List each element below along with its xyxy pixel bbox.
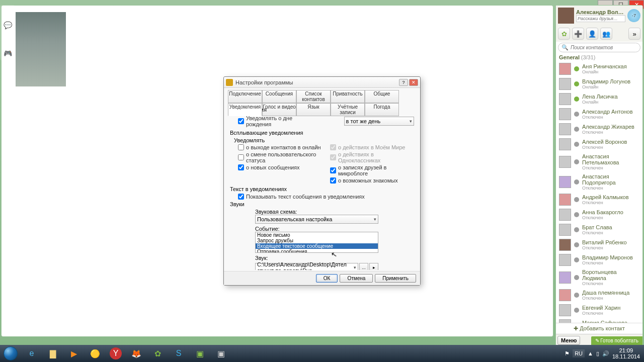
contact-avatar	[559, 138, 571, 150]
contact-name: Алексей Воронов	[582, 139, 627, 145]
tray-up-icon[interactable]: ▲	[588, 350, 593, 356]
event-listbox[interactable]: Новое письмоЗапрос дружбыВходящее тексто…	[255, 232, 378, 253]
icq-taskbar-icon[interactable]: ✿	[147, 346, 168, 361]
contact-status: Отключен	[582, 115, 633, 120]
contact-item[interactable]: Брат СлаваОтключен	[556, 222, 642, 237]
tray-volume-icon[interactable]: 🔊	[602, 350, 609, 357]
tray-battery-icon[interactable]: ▯	[596, 350, 599, 357]
home-icon[interactable]: ⌂	[3, 7, 12, 16]
browse-button[interactable]: ...	[359, 263, 368, 270]
event-item[interactable]: Входящее текстовое сообщение	[256, 243, 378, 249]
status-dot	[574, 242, 579, 247]
cb-online[interactable]: о выходе контактов в онлайн	[238, 144, 322, 150]
ok-button[interactable]: ОК	[316, 274, 338, 283]
contact-list[interactable]: Аня РиничанскаяОнлайнВладимир ЛогуновОнл…	[556, 61, 642, 323]
apply-button[interactable]: Применить	[375, 274, 416, 283]
contact-avatar	[559, 194, 571, 206]
tab-Подключение[interactable]: Подключение	[228, 90, 262, 103]
cb-friends[interactable]: о возможных знакомых	[330, 177, 414, 184]
contact-avatar	[559, 289, 571, 301]
tray-flag-icon[interactable]: ⚑	[565, 350, 570, 357]
menu-button[interactable]: Меню	[557, 336, 580, 345]
contact-status: Онлайн	[582, 100, 618, 105]
dialog-titlebar[interactable]: Настройки программы ? ✕	[224, 77, 420, 88]
add-service-icon[interactable]: ➕	[572, 28, 584, 40]
contact-name: Лена Лисичка	[582, 94, 618, 100]
clock[interactable]: 21:09 18.11.2014	[612, 347, 640, 359]
contact-avatar	[559, 176, 571, 188]
status-dot	[574, 97, 579, 102]
contact-item[interactable]: Аня РиничанскаяОнлайн	[556, 61, 642, 76]
cb-showtext[interactable]: Показывать текст сообщения в уведомления…	[238, 194, 414, 200]
contact-item[interactable]: Даша племянницаОтключен	[556, 288, 642, 303]
tab-Приватность[interactable]: Приватность	[331, 90, 365, 103]
firefox-icon[interactable]: 🦊	[126, 346, 146, 361]
start-button[interactable]	[0, 345, 21, 362]
tab-Общие[interactable]: Общие	[365, 90, 399, 103]
contact-avatar	[559, 239, 571, 251]
search-box[interactable]: 🔍	[558, 43, 640, 52]
more-icon[interactable]: »	[628, 28, 640, 40]
games-icon[interactable]: 🎮	[3, 49, 12, 58]
contact-name: Даша племянница	[582, 290, 629, 296]
taskbar: e ▇ ▶ 🟡 Y 🦊 ✿ S ▣ ▣ ⚑ RU ▲ ▯ 🔊 21:09 18.…	[0, 345, 644, 362]
contact-item[interactable]: Мария СафоноваОтключен	[556, 318, 642, 323]
birthday-select[interactable]: в тот же день	[344, 117, 414, 126]
language-indicator[interactable]: RU	[573, 349, 585, 357]
tab-Сообщения[interactable]: Сообщения	[262, 90, 296, 103]
status-dot	[574, 293, 579, 298]
explorer-icon[interactable]: ▇	[43, 346, 63, 361]
event-item[interactable]: Запрос дружбы	[256, 238, 378, 243]
contact-item[interactable]: Александр АнтоновОтключен	[556, 107, 642, 122]
sound-path-select[interactable]: C:\Users\Александр\Desktop\Дятел стучит …	[255, 263, 358, 270]
status-input[interactable]	[576, 15, 625, 22]
add-contact-button[interactable]: ✚ Добавить контакт	[556, 323, 642, 334]
ie-icon[interactable]: e	[22, 346, 42, 361]
contact-avatar	[559, 304, 571, 316]
yandex-icon[interactable]: Y	[110, 347, 122, 359]
icq-icon[interactable]: ✿	[558, 28, 570, 40]
chrome-icon[interactable]: 🟡	[85, 346, 105, 361]
tab-Список контактов[interactable]: Список контактов	[296, 90, 331, 103]
search-input[interactable]	[571, 45, 637, 50]
contact-item[interactable]: Евгений ХаринОтключен	[556, 303, 642, 318]
status-dot	[574, 66, 579, 71]
profile-area: Александр Вол…	[556, 6, 642, 26]
contact-item[interactable]: Владимир ЛогуновОнлайн	[556, 76, 642, 92]
contact-item[interactable]: Александр ЖихаревОтключен	[556, 122, 642, 137]
avatar[interactable]	[558, 8, 574, 24]
contact-item[interactable]: Анна БакароглоОтключен	[556, 207, 642, 222]
scheme-select[interactable]: Пользовательская настройка	[255, 215, 378, 224]
contact-item[interactable]: Андрей КалмыковОтключен	[556, 192, 642, 207]
cb-micro[interactable]: о записях друзей в микроблоге	[330, 164, 414, 176]
contact-item[interactable]: Алексей ВороновОтключен	[556, 137, 642, 152]
app-icon[interactable]: ▣	[211, 346, 231, 361]
event-item[interactable]: Отправка сообщения	[256, 249, 378, 253]
tab-Уведомления[interactable]: Уведомления	[228, 103, 262, 116]
cb-newmsg[interactable]: о новых сообщениях	[238, 164, 322, 170]
weather-badge[interactable]	[627, 9, 640, 22]
contact-item[interactable]: Владимир МироновОтключен	[556, 252, 642, 267]
group-header[interactable]: General (3/31)	[556, 53, 642, 61]
play-button[interactable]: ▸	[369, 263, 378, 270]
contact-name: Анна Бакарогло	[582, 209, 623, 215]
event-item[interactable]: Новое письмо	[256, 232, 378, 238]
contact-item[interactable]: Анастасия ПетельмаховаОтключен	[556, 152, 642, 172]
contact-item[interactable]: Виталий РябенкоОтключен	[556, 237, 642, 252]
cancel-button[interactable]: Отмена	[340, 274, 373, 283]
ready-chat-button[interactable]: ✎ Готов поболтать	[591, 336, 642, 345]
skype-icon[interactable]: S	[169, 346, 189, 361]
dialog-help-button[interactable]: ?	[399, 79, 408, 86]
contact-item[interactable]: Воротынцева ЛюдмилаОтключен	[556, 267, 642, 288]
add-group-icon[interactable]: 👥	[600, 28, 612, 40]
apps-icon[interactable]: ▦	[3, 35, 12, 44]
cb-status[interactable]: о смене пользовательского статуса	[238, 151, 322, 163]
chat-icon[interactable]: 💬	[3, 21, 12, 30]
camtasia-icon[interactable]: ▣	[190, 346, 210, 361]
cb-birthday[interactable]: Уведомлять о дне рождения	[238, 115, 319, 127]
wmp-icon[interactable]: ▶	[64, 346, 84, 361]
dialog-close-button[interactable]: ✕	[409, 79, 418, 86]
add-user-icon[interactable]: 👤	[586, 28, 598, 40]
contact-item[interactable]: Анастасия ПодопригораОтключен	[556, 172, 642, 192]
contact-item[interactable]: Лена ЛисичкаОнлайн	[556, 92, 642, 107]
